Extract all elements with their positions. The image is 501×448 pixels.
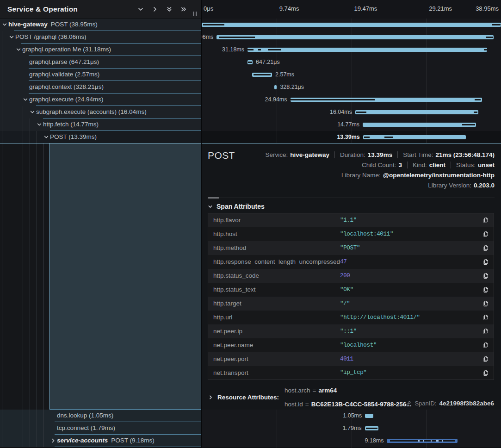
span-bar[interactable]: [365, 426, 379, 430]
link-icon[interactable]: [405, 400, 412, 407]
chevron-down-icon[interactable]: [9, 34, 14, 40]
span-row[interactable]: http.fetch (14.77ms): [0, 118, 201, 131]
chevron-down-icon[interactable]: [30, 109, 35, 115]
copy-icon[interactable]: [482, 217, 489, 224]
span-bar-row[interactable]: 9.18ms: [202, 435, 501, 447]
span-row[interactable]: graphql.parse (647.21μs): [0, 56, 201, 68]
attribute-row: net.peer.name "localhost": [208, 338, 494, 352]
copy-icon[interactable]: [482, 245, 489, 251]
span-row[interactable]: service-accountsPOST (9.18ms): [0, 435, 201, 447]
copy-icon[interactable]: [482, 328, 489, 335]
expand-toggle[interactable]: [9, 34, 14, 41]
copy-icon[interactable]: [482, 314, 489, 321]
chevron-right-icon[interactable]: [208, 395, 213, 400]
attribute-value: "1.1": [340, 213, 477, 227]
copy-icon[interactable]: [482, 231, 489, 237]
resource-attribute: host.id=BC62E13B-C4CC-5854-9788-256...: [285, 401, 412, 408]
copy-icon[interactable]: [482, 370, 489, 376]
span-duration-label: 36.06ms: [202, 34, 213, 40]
span-bar[interactable]: [202, 23, 501, 27]
chevron-down-icon[interactable]: [37, 122, 42, 127]
copy-icon[interactable]: [482, 259, 489, 265]
expand-toggle[interactable]: [2, 22, 7, 29]
span-bar-row[interactable]: 647.21μs: [202, 56, 501, 68]
span-bar[interactable]: [387, 439, 458, 443]
span-bar-row[interactable]: 2.57ms: [202, 68, 501, 81]
resource-attributes-title[interactable]: Resource Attributes:: [217, 394, 279, 401]
span-bar[interactable]: [252, 73, 272, 77]
indent-guide: [9, 106, 9, 118]
self-time-notch: [364, 137, 370, 138]
span-row[interactable]: POST (13.39ms): [0, 131, 201, 143]
chevron-down-icon[interactable]: [43, 134, 49, 140]
span-row[interactable]: hive-gatewayPOST (38.95ms): [0, 19, 201, 31]
panel-divider[interactable]: [201, 0, 202, 448]
double-chevron-down-icon[interactable]: [166, 6, 173, 12]
copy-icon[interactable]: [482, 342, 489, 348]
chevron-down-icon[interactable]: [16, 47, 21, 52]
span-bar-row[interactable]: 13.39ms: [202, 131, 501, 143]
chevron-down-icon[interactable]: [23, 97, 28, 102]
span-row[interactable]: subgraph.execute (accounts) (16.04ms): [0, 106, 201, 118]
span-duration-label: 2.57ms: [275, 71, 294, 78]
chevron-down-icon[interactable]: [2, 22, 7, 27]
span-bar-row[interactable]: 14.77ms: [202, 118, 501, 131]
span-bar[interactable]: [363, 123, 476, 127]
span-row[interactable]: POST /graphql (36.06ms): [0, 31, 201, 44]
chevron-right-icon[interactable]: [50, 438, 56, 443]
chevron-down-icon: [208, 204, 213, 209]
span-detail-row: POST Service:hive-gatewayDuration:13.39m…: [0, 143, 501, 410]
span-bar[interactable]: [274, 85, 277, 89]
chevron-right-icon[interactable]: [152, 6, 158, 12]
span-bar[interactable]: [363, 135, 466, 139]
span-bar-row[interactable]: 38.95ms: [202, 19, 501, 31]
span-name: service-accountsPOST (9.18ms): [57, 437, 155, 444]
span-bar-row[interactable]: 36.06ms: [202, 31, 501, 44]
span-row[interactable]: graphql.validate (2.57ms): [0, 68, 201, 81]
indent-guide: [16, 68, 16, 81]
copy-icon[interactable]: [482, 356, 489, 362]
span-bar-row[interactable]: 328.21μs: [202, 81, 501, 93]
span-bar-row[interactable]: 31.18ms: [202, 44, 501, 56]
span-bar[interactable]: [247, 60, 253, 64]
span-row[interactable]: graphql.execute (24.94ms): [0, 93, 201, 106]
double-chevron-right-icon[interactable]: [180, 6, 187, 12]
span-row[interactable]: tcp.connect (1.79ms): [0, 422, 201, 435]
expand-toggle[interactable]: [23, 97, 28, 104]
indent-guide: [43, 422, 44, 435]
span-bar-row[interactable]: 16.04ms: [202, 106, 501, 118]
self-time-notch: [436, 440, 439, 442]
expand-toggle[interactable]: [50, 438, 56, 445]
chevron-down-icon[interactable]: [137, 6, 144, 12]
span-name: dns.lookup (1.05ms): [57, 412, 113, 419]
span-bar[interactable]: [216, 35, 494, 39]
indent-guide: [9, 56, 9, 68]
span-duration-label: 14.77ms: [337, 121, 359, 128]
indent-guide: [2, 44, 2, 56]
span-row[interactable]: graphql.context (328.21μs): [0, 81, 201, 93]
tree-controls: [137, 6, 187, 12]
span-row[interactable]: dns.lookup (1.05ms): [0, 410, 201, 422]
span-bar[interactable]: [247, 48, 487, 52]
copy-icon[interactable]: [482, 300, 489, 307]
span-name: graphql.execute (24.94ms): [29, 96, 104, 103]
span-bar-row[interactable]: 1.05ms: [202, 410, 501, 422]
expand-toggle[interactable]: [37, 122, 42, 129]
attribute-value: 47: [340, 255, 477, 269]
expand-toggle[interactable]: [43, 134, 49, 141]
span-bar[interactable]: [365, 414, 373, 418]
panel-resize-grip[interactable]: [193, 12, 197, 16]
span-row[interactable]: graphql.operation Me (31.18ms): [0, 44, 201, 56]
span-bar-row[interactable]: 24.94ms: [202, 93, 501, 106]
copy-icon[interactable]: [482, 273, 489, 279]
span-bar-row[interactable]: 1.79ms: [202, 422, 501, 435]
expand-toggle[interactable]: [30, 109, 35, 116]
span-attributes-header[interactable]: Span Attributes: [208, 203, 265, 210]
span-bar[interactable]: [291, 98, 482, 102]
attribute-copy: [477, 297, 494, 311]
indent-guide: [16, 56, 16, 68]
span-bar[interactable]: [355, 110, 479, 114]
copy-icon[interactable]: [482, 286, 489, 293]
expand-toggle[interactable]: [16, 47, 21, 54]
attribute-copy: [477, 311, 494, 324]
